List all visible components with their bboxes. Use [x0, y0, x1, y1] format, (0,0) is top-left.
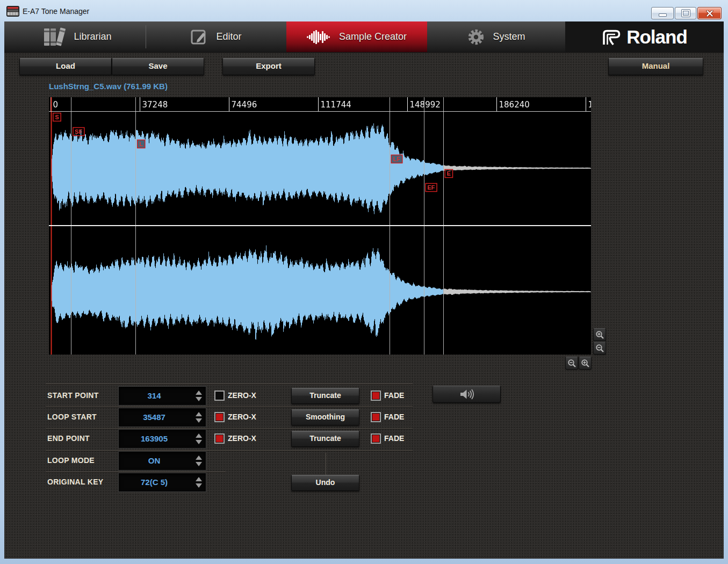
undo-button[interactable]: Undo	[291, 475, 359, 491]
end-point-label: END POINT	[47, 433, 90, 444]
start-point-field[interactable]: 314	[118, 386, 206, 406]
row-separator	[46, 428, 413, 429]
app-icon	[6, 6, 19, 19]
zoom-out-horizontal-button[interactable]	[565, 357, 578, 370]
spin-down-button[interactable]	[196, 462, 202, 466]
loop-mode-label: LOOP MODE	[47, 455, 95, 466]
truncate-end-button[interactable]: Truncate	[291, 431, 359, 447]
row-separator	[46, 450, 413, 451]
application-window: E-A7 Tone Manager Librarian	[0, 0, 728, 564]
spin-down-button[interactable]	[196, 397, 202, 401]
fade-label: FADE	[384, 390, 404, 401]
loop-fade-checkbox[interactable]	[371, 412, 381, 422]
end-point-field[interactable]: 163905	[118, 429, 206, 449]
tab-editor-label: Editor	[216, 31, 241, 42]
smoothing-button[interactable]: Smoothing	[291, 409, 359, 425]
close-icon	[706, 10, 713, 17]
tab-librarian[interactable]: Librarian	[8, 21, 146, 52]
original-key-spinner	[195, 475, 203, 489]
zoom-out-vertical-button[interactable]	[593, 342, 606, 355]
row-separator	[46, 472, 226, 472]
magnifier-plus-icon	[581, 359, 590, 368]
books-icon	[41, 27, 66, 47]
magnifier-plus-icon	[595, 330, 604, 339]
gear-icon	[467, 28, 485, 46]
speaker-icon	[459, 388, 475, 401]
maximize-button[interactable]	[675, 7, 696, 19]
loop-mode-spinner	[195, 454, 203, 468]
tab-sample-creator-label: Sample Creator	[339, 31, 407, 42]
spin-up-button[interactable]	[196, 391, 202, 395]
zoom-in-vertical-button[interactable]	[593, 328, 606, 341]
window-controls	[650, 7, 722, 19]
original-key-field[interactable]: 72(C 5)	[118, 473, 206, 492]
spin-up-button[interactable]	[196, 477, 202, 481]
spin-down-button[interactable]	[196, 440, 202, 444]
loop-start-value: 35487	[119, 408, 190, 426]
spin-up-button[interactable]	[196, 433, 202, 438]
spin-up-button[interactable]	[196, 412, 202, 416]
minimize-icon	[659, 13, 667, 17]
end-point-spinner	[195, 432, 203, 446]
close-button[interactable]	[697, 7, 722, 19]
row-separator	[46, 406, 413, 407]
truncate-start-button[interactable]: Truncate	[291, 388, 359, 404]
load-button[interactable]: Load	[19, 58, 112, 75]
waveform-panel	[49, 97, 591, 355]
zero-x-label: ZERO-X	[228, 433, 256, 444]
tab-system-label: System	[493, 31, 525, 42]
tab-system[interactable]: System	[427, 21, 565, 52]
zoom-in-horizontal-button[interactable]	[579, 357, 592, 370]
title-bar: E-A7 Tone Manager	[0, 0, 728, 21]
waveform-icon	[307, 30, 331, 44]
magnifier-minus-icon	[595, 344, 604, 353]
spin-down-button[interactable]	[196, 483, 202, 488]
loop-start-spinner	[195, 410, 203, 424]
row-separator	[46, 384, 413, 384]
brand-area: Roland	[565, 21, 724, 52]
export-button[interactable]: Export	[222, 58, 315, 75]
start-point-zero-x-checkbox[interactable]	[214, 391, 225, 401]
manual-button[interactable]: Manual	[608, 58, 703, 75]
loop-start-zero-x-checkbox[interactable]	[214, 412, 225, 422]
start-point-value: 314	[119, 387, 190, 405]
tab-editor[interactable]: Editor	[146, 21, 286, 52]
maximize-icon	[682, 10, 690, 17]
end-fade-checkbox[interactable]	[371, 433, 381, 444]
spin-down-button[interactable]	[196, 418, 202, 423]
tab-librarian-label: Librarian	[74, 31, 111, 42]
loop-mode-field[interactable]: ON	[118, 451, 206, 471]
file-name-label: LushStrng_C5.wav (761.99 KB)	[49, 82, 168, 91]
window-title: E-A7 Tone Manager	[23, 7, 89, 16]
tab-sample-creator[interactable]: Sample Creator	[286, 21, 427, 52]
original-key-label: ORIGINAL KEY	[47, 476, 103, 487]
magnifier-minus-icon	[567, 359, 576, 368]
end-point-value: 163905	[119, 430, 190, 448]
fade-label: FADE	[384, 411, 404, 422]
roland-logo-icon	[602, 29, 621, 45]
pencil-square-icon	[190, 28, 208, 46]
zero-x-label: ZERO-X	[228, 390, 256, 401]
original-key-value: 72(C 5)	[119, 473, 190, 491]
undo-connector-line	[326, 453, 326, 475]
tab-bar: Librarian Editor	[4, 21, 724, 53]
save-button[interactable]: Save	[112, 58, 204, 75]
minimize-button[interactable]	[651, 7, 674, 19]
loop-start-field[interactable]: 35487	[118, 408, 206, 427]
preview-button[interactable]	[433, 386, 501, 403]
loop-mode-value: ON	[119, 452, 190, 470]
fade-label: FADE	[384, 433, 404, 444]
start-point-spinner	[195, 389, 203, 403]
zero-x-label: ZERO-X	[228, 411, 256, 422]
roland-logo-text: Roland	[626, 26, 687, 48]
start-point-label: START POINT	[47, 390, 99, 401]
start-fade-checkbox[interactable]	[371, 391, 381, 401]
waveform-display[interactable]	[49, 97, 591, 355]
loop-start-label: LOOP START	[47, 411, 97, 422]
main-content: Librarian Editor	[4, 21, 724, 559]
end-point-zero-x-checkbox[interactable]	[214, 433, 225, 444]
spin-up-button[interactable]	[196, 455, 202, 460]
